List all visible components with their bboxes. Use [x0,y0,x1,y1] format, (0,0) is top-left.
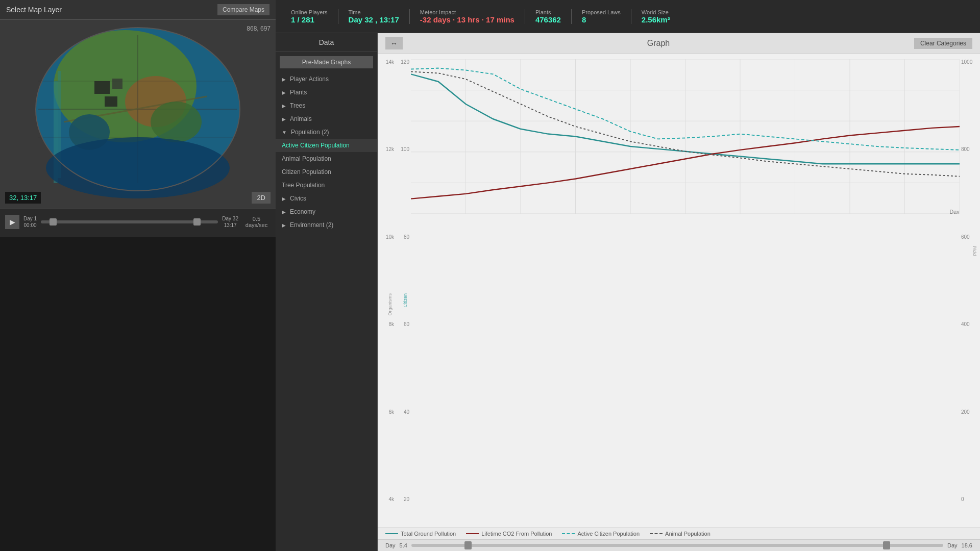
sidebar-item-label: Civics [290,195,306,202]
plants-value: 476362 [535,15,561,24]
sidebar-item-label: Environment (2) [290,221,333,229]
timeline-thumb-left[interactable] [50,218,57,226]
time-stat: Time Day 32 , 13:17 [338,9,410,24]
data-panel-header: Data [276,33,377,52]
plants-label: Plants [535,9,551,15]
sidebar-item-citizen-pop[interactable]: Citizen Population [276,165,377,179]
sidebar-item-label: Active Citizen Population [282,142,350,149]
y-axis-mid-80: 80 [404,234,409,240]
sidebar-item-trees[interactable]: ▶ Trees [276,99,377,112]
y-axis-right-1000: 1000 [961,59,972,65]
globe-svg [13,20,263,198]
sidebar-item-environment[interactable]: ▶ Environment (2) [276,218,377,232]
sidebar-item-plants[interactable]: ▶ Plants [276,86,377,99]
sidebar-item-tree-pop[interactable]: Tree Population [276,179,377,192]
sidebar-item-label: Player Actions [290,76,329,83]
data-sidebar: Data Pre-Made Graphs ▶ Player Actions ▶ … [276,33,378,551]
y-axis-left-10k: 10k [386,234,394,240]
meteor-stat: Meteor Impact -32 days · 13 hrs · 17 min… [410,9,525,24]
y-axis-right-0: 0 [961,496,964,502]
meteor-label: Meteor Impact [420,9,456,15]
timeline-thumb-right[interactable] [193,218,201,226]
data-graph-panel: Data Pre-Made Graphs ▶ Player Actions ▶ … [276,33,980,551]
y-axis-mid-60: 60 [404,321,409,327]
online-players-label: Online Players [291,9,328,15]
y-axis-right-400: 400 [961,321,970,327]
sidebar-item-label: Animal Population [282,155,331,162]
map-time-display: 32, 13:17 [5,192,41,204]
svg-rect-9 [94,81,110,94]
world-size-label: World Size [642,9,669,15]
proposed-laws-stat: Proposed Laws 8 [572,9,631,24]
meteor-value: -32 days · 13 hrs · 17 mins [420,15,514,24]
sidebar-item-player-actions[interactable]: ▶ Player Actions [276,72,377,86]
sidebar-item-civics[interactable]: ▶ Civics [276,192,377,205]
y-axis-citizen-title: Citizen [403,293,408,308]
svg-point-13 [151,102,202,142]
expand-icon: ▶ [282,196,286,202]
world-size-value: 2.56km² [642,15,670,24]
y-axis-left-14k: 14k [386,59,394,65]
legend-item-co2: Lifetime CO2 From Pollution [466,531,552,537]
plants-stat: Plants 476362 [525,9,572,24]
svg-rect-10 [112,79,122,89]
timeline-end-label: Day 32 13:17 [222,215,238,229]
range-thumb-right[interactable] [883,541,890,549]
map-coordinates: 868, 697 [247,25,271,32]
y-axis-right-600: 600 [961,234,970,240]
sidebar-item-animal-pop[interactable]: Animal Population [276,152,377,165]
legend-label: Animal Population [665,531,710,537]
sidebar-item-population[interactable]: ▼ Population (2) [276,126,377,139]
range-slider-bar: Day 5.4 Day 18.6 [378,539,980,551]
range-thumb-left[interactable] [464,541,472,549]
y-axis-left-8k: 8k [388,321,394,327]
sidebar-item-active-citizen[interactable]: Active Citizen Population [276,139,377,152]
graph-title: Graph [647,39,670,48]
legend-item-animal-pop: Animal Population [650,531,710,537]
time-label: Time [349,9,361,15]
y-axis-left-12k: 12k [386,146,394,152]
expand-button[interactable]: ↔ [385,37,403,49]
legend-line-dotted-teal [562,533,575,534]
map-panel: Select Map Layer Compare Maps 868, 697 [0,0,276,237]
proposed-laws-label: Proposed Laws [582,9,621,15]
sidebar-item-label: Economy [290,208,315,215]
y-axis-mid-100: 100 [401,146,409,152]
range-start-value: 5.4 [400,542,407,548]
range-end-value: 18.6 [962,542,972,548]
expand-icon: ▶ [282,103,286,109]
time-value: Day 32 , 13:17 [349,15,399,24]
legend-label: Active Citizen Population [577,531,640,537]
premade-graphs-button[interactable]: Pre-Made Graphs [280,56,373,68]
sidebar-item-label: Trees [290,102,305,109]
play-button[interactable]: ▶ [5,215,19,229]
graph-legend: Total Ground Pollution Lifetime CO2 From… [378,528,980,539]
sidebar-item-label: Population (2) [291,129,329,136]
timeline-slider[interactable] [41,220,218,223]
range-end-label: Day [947,542,958,548]
expand-icon: ▶ [282,209,286,215]
range-track[interactable] [411,544,943,547]
y-axis-mid-120: 120 [401,59,409,65]
range-start-label: Day [385,542,396,548]
sidebar-item-label: Animals [290,115,312,122]
online-players-value: 1 / 281 [291,15,314,24]
y-axis-left-6k: 6k [388,409,394,415]
sidebar-item-animals[interactable]: ▶ Animals [276,112,377,126]
legend-line-red [466,533,479,534]
map-canvas[interactable]: 868, 697 [0,20,276,209]
clear-categories-button[interactable]: Clear Categories [914,38,972,49]
legend-label: Total Ground Pollution [401,531,456,537]
graph-panel: ↔ Graph Clear Categories 14k 12k 10k 8k … [378,33,980,551]
expand-icon: ▼ [282,130,287,135]
y-axis-mid-40: 40 [404,409,409,415]
top-stats-bar: Online Players 1 / 281 Time Day 32 , 13:… [276,0,980,33]
map-title: Select Map Layer [6,6,62,14]
y-axis-left-4k: 4k [388,496,394,502]
sidebar-item-label: Plants [290,89,307,96]
sidebar-item-economy[interactable]: ▶ Economy [276,205,377,218]
map-2d-button[interactable]: 2D [252,192,271,204]
sidebar-item-label: Citizen Population [282,168,331,176]
compare-maps-button[interactable]: Compare Maps [217,4,270,15]
map-header: Select Map Layer Compare Maps [0,0,276,20]
